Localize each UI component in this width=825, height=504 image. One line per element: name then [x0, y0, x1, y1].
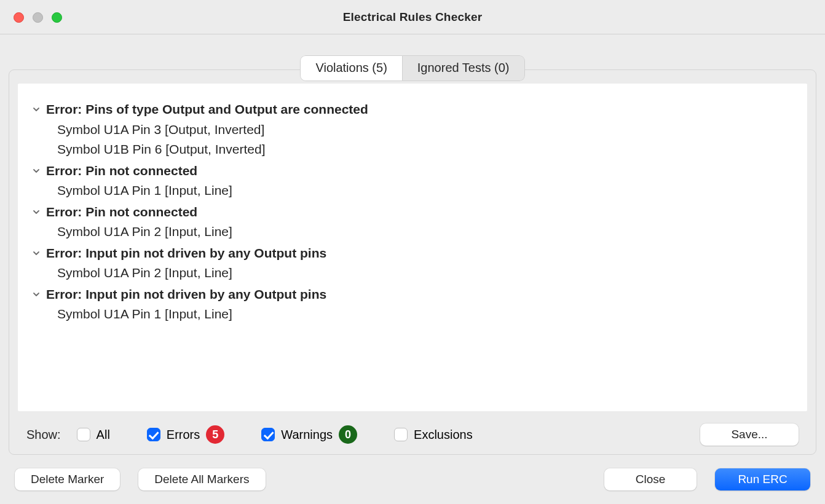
chevron-down-icon[interactable] [33, 243, 41, 263]
delete-all-markers-button[interactable]: Delete All Markers [138, 468, 265, 490]
violation-title: Error: Input pin not driven by any Outpu… [46, 285, 326, 305]
titlebar: Electrical Rules Checker [0, 0, 825, 34]
violation-detail[interactable]: Symbol U1B Pin 6 [Output, Inverted] [33, 140, 792, 160]
run-erc-button[interactable]: Run ERC [715, 468, 810, 490]
close-icon[interactable] [14, 12, 24, 23]
violation-title: Error: Pin not connected [46, 202, 197, 222]
violation-header[interactable]: Error: Pin not connected [33, 161, 792, 181]
violation-item[interactable]: Error: Pin not connectedSymbol U1A Pin 1… [33, 161, 792, 201]
filter-row: Show: All Errors 5 Warnings 0 Exclusions… [18, 411, 807, 446]
violation-item[interactable]: Error: Pins of type Output and Output ar… [33, 100, 792, 160]
violation-header[interactable]: Error: Pins of type Output and Output ar… [33, 100, 792, 120]
tab-ignored-tests[interactable]: Ignored Tests (0) [403, 55, 525, 81]
checkbox-exclusions-label: Exclusions [414, 428, 473, 442]
window-title: Electrical Rules Checker [0, 10, 825, 24]
tab-bar: Violations (5) Ignored Tests (0) [0, 34, 825, 81]
panel: Error: Pins of type Output and Output ar… [9, 69, 816, 455]
violation-title: Error: Input pin not driven by any Outpu… [46, 243, 326, 264]
close-button[interactable]: Close [604, 468, 697, 490]
violation-detail[interactable]: Symbol U1A Pin 2 [Input, Line] [33, 222, 792, 242]
bottom-bar: Delete Marker Delete All Markers Close R… [15, 468, 810, 490]
violation-item[interactable]: Error: Input pin not driven by any Outpu… [33, 285, 792, 325]
violation-item[interactable]: Error: Input pin not driven by any Outpu… [33, 243, 792, 283]
violation-header[interactable]: Error: Input pin not driven by any Outpu… [33, 285, 792, 305]
save-button[interactable]: Save... [700, 423, 799, 446]
chevron-down-icon[interactable] [33, 202, 41, 222]
chevron-down-icon[interactable] [33, 284, 41, 304]
chevron-down-icon[interactable] [33, 99, 41, 119]
window-controls [14, 12, 62, 23]
violation-title: Error: Pin not connected [46, 161, 197, 181]
chevron-down-icon[interactable] [33, 160, 41, 181]
violation-header[interactable]: Error: Input pin not driven by any Outpu… [33, 243, 792, 264]
delete-marker-button[interactable]: Delete Marker [15, 468, 120, 490]
show-label: Show: [26, 428, 61, 442]
violation-title: Error: Pins of type Output and Output ar… [46, 100, 368, 120]
checkbox-all-label: All [97, 428, 110, 442]
errors-count-badge: 5 [206, 425, 224, 444]
violations-list[interactable]: Error: Pins of type Output and Output ar… [18, 84, 807, 411]
violation-item[interactable]: Error: Pin not connectedSymbol U1A Pin 2… [33, 202, 792, 242]
violation-header[interactable]: Error: Pin not connected [33, 202, 792, 222]
checkbox-warnings[interactable] [261, 428, 275, 441]
violation-detail[interactable]: Symbol U1A Pin 3 [Output, Inverted] [33, 120, 792, 140]
minimize-icon[interactable] [33, 12, 43, 23]
checkbox-errors[interactable] [147, 428, 160, 441]
zoom-icon[interactable] [52, 12, 62, 23]
checkbox-all[interactable] [77, 428, 90, 441]
tab-violations[interactable]: Violations (5) [300, 55, 402, 81]
violation-detail[interactable]: Symbol U1A Pin 2 [Input, Line] [33, 263, 792, 283]
violation-detail[interactable]: Symbol U1A Pin 1 [Input, Line] [33, 304, 792, 325]
checkbox-warnings-label: Warnings [281, 428, 333, 442]
warnings-count-badge: 0 [339, 425, 357, 444]
violation-detail[interactable]: Symbol U1A Pin 1 [Input, Line] [33, 181, 792, 201]
checkbox-exclusions[interactable] [394, 428, 408, 441]
checkbox-errors-label: Errors [167, 428, 200, 442]
